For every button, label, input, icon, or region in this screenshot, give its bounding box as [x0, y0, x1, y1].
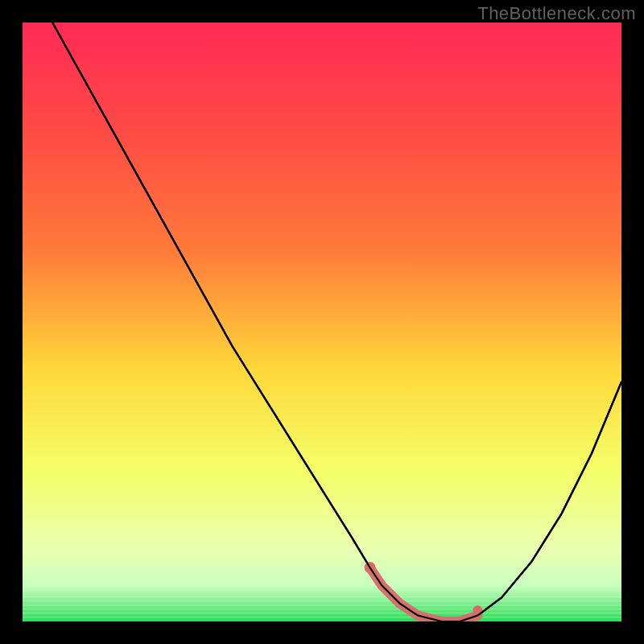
grid-line: [23, 597, 621, 597]
plot-area: [23, 23, 621, 621]
watermark-text: TheBottleneck.com: [477, 3, 636, 24]
grid-line: [23, 601, 621, 601]
grid-line: [23, 617, 621, 617]
grid-line: [23, 609, 621, 609]
chart-svg: [23, 23, 621, 621]
grid-line: [23, 613, 621, 613]
gradient-background: [23, 23, 621, 621]
grid-line: [23, 605, 621, 605]
chart-frame: TheBottleneck.com: [0, 0, 644, 644]
